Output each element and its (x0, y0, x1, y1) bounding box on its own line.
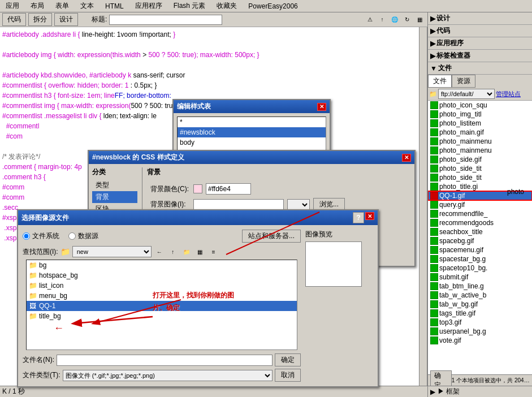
code-line-1: #articlebody .addshare li { line-height:… (2, 29, 425, 40)
view-list-icon[interactable]: ≡ (208, 246, 219, 257)
img-file-title-bg[interactable]: 📁 title_bg (27, 311, 297, 321)
dialog-css-list-close[interactable]: ✕ (317, 103, 326, 111)
file-item-tab-w-active[interactable]: tab_w_active_b (428, 291, 532, 300)
file-item-photo-side-tit1[interactable]: photo_side_tit (428, 164, 532, 173)
file-item-seachbox[interactable]: seachbox_title (428, 227, 532, 236)
file-item-photo-mainmenu2[interactable]: photo_mainmenu (428, 146, 532, 155)
menu-item-favorites[interactable]: 收藏夹 (213, 0, 240, 12)
file-item-photo-side-tit2[interactable]: photo_side_tit (428, 173, 532, 182)
css-item-body[interactable]: body (178, 137, 326, 148)
ftp-select[interactable]: ftp://default/ (438, 89, 495, 99)
file-item-photo-side[interactable]: photo_side.gif (428, 155, 532, 164)
btn-ok-img[interactable]: 确定 (275, 353, 301, 366)
menu-item-html[interactable]: HTML (102, 1, 127, 11)
tab-resources[interactable]: 资源 (452, 75, 475, 88)
file-icon (430, 246, 438, 254)
new-folder-icon[interactable]: 📁 (181, 246, 192, 257)
dialog-css-list-title: 编辑样式表 (177, 102, 211, 111)
file-item-recommendfile[interactable]: recommendfile_ (428, 209, 532, 218)
file-item-submit[interactable]: submit.gif (428, 273, 532, 282)
css-item-star[interactable]: * (178, 117, 326, 127)
menu-item-apply[interactable]: 应用 (2, 0, 23, 12)
title-input[interactable] (109, 15, 222, 25)
folder-icon-hotspace: 📁 (29, 271, 37, 279)
options-icon[interactable]: ▦ (414, 14, 425, 25)
tab-design[interactable]: 设计 (54, 13, 78, 26)
menu-item-text[interactable]: 文本 (77, 0, 97, 12)
nav-back-icon[interactable]: ← (154, 246, 165, 257)
file-item-spacestar[interactable]: spacestar_bg.g (428, 254, 532, 264)
nav-up-icon[interactable]: ↑ (167, 246, 179, 257)
menu-item-app[interactable]: 应用程序 (132, 0, 166, 12)
file-item-top3[interactable]: top3.gif (428, 318, 532, 327)
img-file-hotspace-bg[interactable]: 📁 hotspace_bg (27, 270, 297, 281)
help-button[interactable]: ? (353, 212, 364, 223)
radio-datasource[interactable]: 数据源 (68, 230, 98, 243)
file-item-query[interactable]: query.gif (428, 200, 532, 209)
filetype-select[interactable]: 图像文件 (*.gif;*.jpg;*.jpeg;*.png) (63, 370, 273, 381)
file-item-userpanel[interactable]: userpanel_bg.g (428, 327, 532, 336)
manage-sites-link[interactable]: 管理站点 (496, 90, 521, 98)
file-item-recommendgoods[interactable]: recommendgoods (428, 218, 532, 227)
file-item-spacetop10[interactable]: spacetop10_bg. (428, 264, 532, 273)
bg-image-input[interactable] (193, 199, 284, 210)
menu-item-flash[interactable]: Flash 元素 (170, 0, 209, 12)
img-file-menu-bg[interactable]: 📁 menu_bg (27, 291, 297, 301)
file-item-photo-main[interactable]: photo_main.gif (428, 128, 532, 137)
file-icon (430, 264, 438, 272)
globe-icon[interactable]: 🌐 (389, 14, 400, 25)
bg-repeat-select[interactable] (287, 199, 310, 210)
expand-icon-app: ▶ (430, 40, 435, 48)
warning-icon[interactable]: ⚠ (364, 14, 375, 25)
img-file-list-icon[interactable]: 📁 list_icon (27, 281, 297, 291)
reload-icon[interactable]: ↻ (401, 14, 413, 25)
refresh-icon[interactable]: ↑ (377, 14, 388, 25)
dialog-css-def-close[interactable]: ✕ (402, 154, 411, 162)
vertical-scrollbar[interactable] (419, 27, 427, 397)
file-item-tab-w-bg[interactable]: tab_w_bg.gif (428, 300, 532, 309)
frame-icon: ▶ (430, 388, 435, 396)
css-item-newsblock[interactable]: #newsblock (178, 127, 326, 137)
section-files[interactable]: ▼ 文件 (428, 62, 532, 75)
file-item-photo-title[interactable]: photo_title.gi (428, 182, 532, 191)
btn-site-server[interactable]: 站点和服务器... (242, 230, 301, 243)
cat-type[interactable]: 类型 (92, 179, 137, 191)
file-item-vote[interactable]: vote.gif (428, 336, 532, 345)
img-file-bg[interactable]: 📁 bg (27, 260, 297, 270)
btn-cancel-img[interactable]: 取消 (275, 369, 301, 382)
path-combo[interactable]: new (72, 246, 152, 257)
dialog-select-img-close[interactable]: ✕ (365, 212, 374, 220)
file-item-photo-icon-squ[interactable]: photo_icon_squ (428, 101, 532, 110)
tab-files[interactable]: 文件 (428, 75, 452, 88)
section-tags[interactable]: ▶ 标签检查器 (428, 50, 532, 62)
code-line-3: #articlebody img { width: expression(thi… (2, 50, 425, 60)
file-item-photo-listitem[interactable]: photo_listitem (428, 119, 532, 128)
filename-input[interactable] (57, 355, 273, 366)
file-item-tab-btm[interactable]: tab_btm_line.g (428, 282, 532, 291)
tab-split[interactable]: 拆分 (28, 13, 52, 26)
section-code[interactable]: ▶ 代码 (428, 25, 532, 37)
section-design[interactable]: ▶ 设计 (428, 12, 532, 25)
section-app[interactable]: ▶ 应用程序 (428, 37, 532, 50)
menu-item-form[interactable]: 表单 (52, 0, 72, 12)
file-item-qq1[interactable]: QQ-1.gif (428, 191, 532, 200)
radio-filesystem[interactable]: 文件系统 (23, 230, 59, 243)
dialog-select-img[interactable]: 选择图像源文件 ? ✕ 文件系统 (17, 209, 379, 387)
file-item-tags-title[interactable]: tags_title.gif (428, 309, 532, 318)
tab-code[interactable]: 代码 (2, 13, 26, 26)
cat-background[interactable]: 背景 (92, 191, 137, 203)
menu-item-layout[interactable]: 布局 (27, 0, 47, 12)
bg-color-swatch[interactable] (193, 184, 202, 193)
view-toggle-icon[interactable]: ▦ (194, 246, 206, 257)
img-file-qq1[interactable]: 🖼 QQ-1 (27, 301, 297, 311)
file-item-spacemenu[interactable]: spacemenu.gif (428, 245, 532, 254)
filename-label: 文件名(N): (23, 355, 54, 365)
file-item-photo-img-titl[interactable]: photo_img_titl (428, 110, 532, 119)
bg-color-input[interactable] (206, 183, 251, 195)
menu-item-powereasy[interactable]: PowerEasy2006 (245, 1, 301, 11)
image-file-list[interactable]: 📁 bg 📁 hotspace_bg 📁 list_icon 📁 (26, 260, 297, 350)
frame-section[interactable]: ▶ ▶ 框架 (428, 386, 532, 397)
file-item-photo-mainmenu1[interactable]: photo_mainmenu (428, 137, 532, 146)
radio-group: 文件系统 数据源 站点和服务器... (23, 230, 301, 243)
file-item-spacebg[interactable]: spacebg.gif (428, 236, 532, 245)
